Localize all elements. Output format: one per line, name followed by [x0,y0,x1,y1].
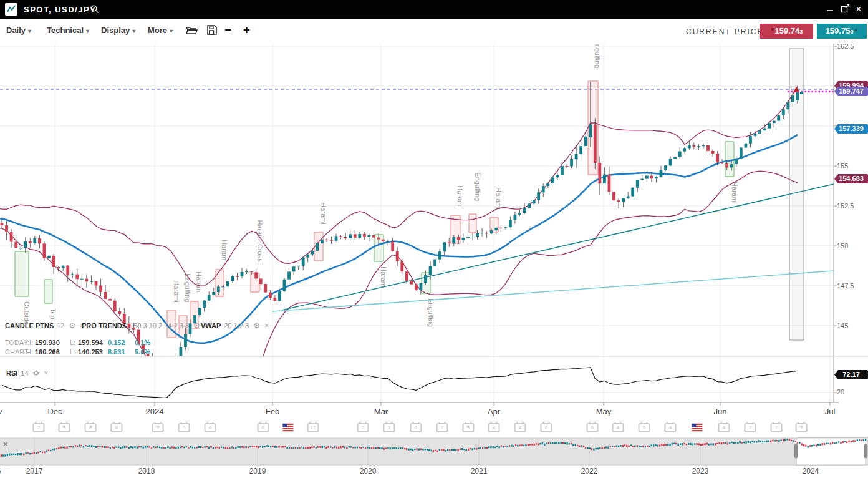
calendar-event-icon[interactable]: 5 [178,423,190,432]
svg-text:Engulfing: Engulfing [594,44,602,68]
us-flag-icon[interactable] [282,423,294,432]
calendar-event-icon[interactable]: 4 [612,423,624,432]
svg-text:Harami: Harami [221,240,228,261]
us-flag-icon[interactable] [692,423,703,432]
calendar-event-icon[interactable]: 2 [357,423,369,432]
calendar-event-icon[interactable]: 6 [258,423,269,432]
month-label: Nov [0,407,14,416]
gear-icon[interactable]: ⚙ [69,321,75,330]
calendar-event-icon[interactable]: 3 [796,423,808,432]
price-tick-label: 162.5 [837,42,866,50]
calendar-event-icon[interactable]: 4 [514,423,526,432]
title-bar: SPOT, USD/JPY × [0,0,868,19]
close-icon[interactable]: × [853,4,864,15]
rsi-axis-label: 20 [837,388,866,396]
current-price-label: CURRENT PRICE: [686,27,767,36]
calendar-event-icon[interactable]: 8 [85,423,97,432]
year-label: 2022 [571,467,608,476]
year-label: 2020 [349,467,387,476]
zoom-in-button[interactable]: + [243,23,250,37]
close-icon[interactable]: × [44,369,48,378]
axis-price-badge: 159.747 [834,87,868,96]
month-label: Jul [811,407,849,416]
chevron-down-icon: ▾ [170,27,173,34]
legend-pro-trends: PRO TRENDS150 3 10 2 14 2 3 8⚙× [82,321,209,330]
svg-text:Harami: Harami [195,271,203,293]
arrow-up-icon: ▲ [853,27,858,32]
menu-display[interactable]: Display▾ [101,26,135,35]
search-icon[interactable] [90,4,100,17]
price-tick-label: 152.5 [837,202,866,210]
stats-today: TODAY: H: 159.930 L: 159.594 0.152 0.1% [0,339,187,347]
svg-text:Harami: Harami [495,187,503,209]
navigator-svg[interactable] [0,437,868,466]
trading-app-window: SPOT, USD/JPY × Daily▾ Technical▾ Displa… [0,0,868,478]
calendar-event-icon[interactable]: 3 [59,423,70,432]
chart-area[interactable]: OutsideTopHaramiEngulfingHaramiHaramiHar… [0,44,868,437]
trend-lines [272,184,834,311]
month-label: Jun [702,407,739,416]
svg-text:Engulfing: Engulfing [474,172,481,201]
gear-icon[interactable]: ⚙ [193,321,200,330]
chevron-down-icon: ▾ [132,27,135,34]
menu-daily[interactable]: Daily▾ [6,26,31,35]
app-logo-icon [5,3,17,16]
calendar-event-icon[interactable]: 3 [152,423,164,432]
axis-price-badge: 157.339 [834,124,868,134]
calendar-event-icon[interactable]: 4 [718,423,730,432]
svg-text:Engulfing: Engulfing [427,298,435,327]
navigator-handle[interactable] [864,444,867,458]
calendar-event-icon[interactable]: 6 [205,423,216,432]
close-icon[interactable]: × [264,321,269,330]
legend-candle-patterns: CANDLE PTNS12⚙× [5,321,84,330]
calendar-event-icon[interactable]: 6 [541,423,552,432]
arrow-down-icon: ▼ [770,27,775,32]
open-folder-icon[interactable] [185,24,198,38]
chevron-down-icon: ▾ [86,27,89,34]
calendar-event-icon[interactable]: 3 [463,423,475,432]
navigator-handle[interactable] [794,444,798,458]
year-label: 2021 [460,467,498,476]
calendar-event-icon[interactable]: 7 [771,423,783,432]
svg-text:Engulfing: Engulfing [184,273,191,302]
svg-text:Harami: Harami [380,266,387,288]
month-label: May [585,407,622,416]
zoom-out-button[interactable]: − [224,23,231,37]
event-markers: 23883566122367344664544773 [0,423,868,436]
bid-price-badge: ▼159.743 [760,24,813,39]
price-chart-svg[interactable]: OutsideTopHaramiEngulfingHaramiHaramiHar… [0,44,868,437]
menu-more[interactable]: More▾ [148,26,173,35]
year-label: 2018 [128,467,165,476]
calendar-event-icon[interactable]: 7 [436,423,448,432]
toolbar: Daily▾ Technical▾ Display▾ More▾ − + CUR… [0,19,868,44]
rsi-line [2,368,798,398]
minimize-button[interactable] [824,4,836,15]
range-navigator[interactable]: × [0,437,868,466]
month-label: Mar [362,407,400,416]
calendar-event-icon[interactable]: 4 [488,423,500,432]
menu-technical[interactable]: Technical▾ [47,26,89,35]
navigator-year-axis: 201620172018201920202021202220232024 [0,466,868,478]
calendar-event-icon[interactable]: 12 [307,423,319,432]
gear-icon[interactable]: ⚙ [253,321,260,330]
calendar-event-icon[interactable]: 3 [383,423,395,432]
price-tick-label: 147.5 [837,282,866,290]
save-icon[interactable] [206,24,218,38]
month-label: 2024 [136,407,173,416]
calendar-event-icon[interactable]: 2 [33,423,45,432]
candle-pattern-boxes: OutsideTopHaramiEngulfingHaramiHaramiHar… [15,44,738,338]
calendar-event-icon[interactable]: 4 [665,423,677,432]
gear-icon[interactable]: ⚙ [33,369,40,378]
calendar-event-icon[interactable]: 6 [410,423,422,432]
month-label: Dec [36,407,74,416]
svg-text:Harami: Harami [731,182,738,203]
price-tick-label: 145 [837,322,866,329]
popout-icon[interactable] [839,4,851,15]
calendar-event-icon[interactable]: 6 [587,423,599,432]
calendar-event-icon[interactable]: 5 [639,423,650,432]
bollinger-bands [0,87,798,411]
close-icon[interactable]: × [3,439,8,449]
calendar-event-icon[interactable]: 8 [111,423,123,432]
svg-text:Top: Top [49,308,57,319]
calendar-event-icon[interactable]: 7 [745,423,756,432]
